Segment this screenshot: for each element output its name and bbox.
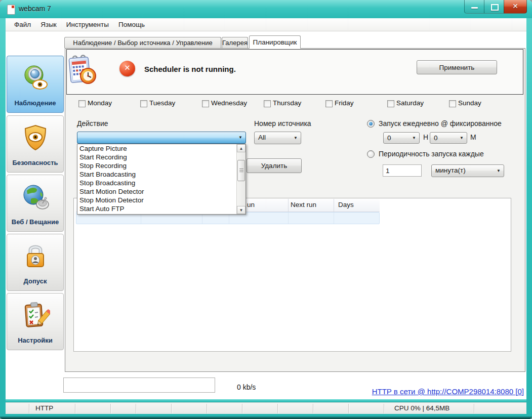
dropdown-arrow-icon: ▼ bbox=[294, 136, 298, 140]
dropdown-arrow-icon: ▼ bbox=[238, 135, 242, 140]
sidebar-item-label: Настройки bbox=[7, 337, 63, 344]
http-server-link[interactable]: HTTP в сети @ http://COMP298014:8080 [0] bbox=[304, 387, 524, 396]
sidebar-item-label: Веб / Вещание bbox=[7, 218, 63, 226]
checkbox-icon bbox=[78, 100, 86, 107]
sidebar-item-settings[interactable]: Настройки bbox=[7, 293, 64, 350]
delete-button[interactable]: Удалить bbox=[247, 158, 302, 173]
minimize-icon bbox=[471, 7, 478, 9]
dropdown-option[interactable]: Start Broadcasting bbox=[77, 170, 245, 179]
scheduler-status-message: Scheduler is not running. bbox=[144, 65, 236, 73]
checkbox-icon bbox=[325, 100, 333, 107]
clipboard-pencil-icon bbox=[21, 301, 50, 330]
dropdown-option[interactable]: Stop Motion Detector bbox=[77, 196, 245, 204]
dropdown-arrow-icon: ▼ bbox=[460, 136, 464, 140]
interval-schedule-radio[interactable] bbox=[367, 150, 375, 158]
sidebar-item-monitoring[interactable]: Наблюдение bbox=[7, 56, 64, 113]
dropdown-option[interactable]: Start Motion Detector bbox=[77, 187, 245, 196]
interval-value-input[interactable] bbox=[383, 164, 422, 177]
bandwidth-label: 0 kb/s bbox=[237, 383, 256, 391]
dropdown-option[interactable]: Start Recording bbox=[77, 153, 245, 161]
sidebar-item-label: Допуск bbox=[7, 277, 63, 285]
minute-combobox[interactable]: 0 ▼ bbox=[430, 132, 467, 144]
menu-tools[interactable]: Инструменты bbox=[65, 20, 110, 29]
sidebar-item-access[interactable]: Допуск bbox=[7, 234, 64, 291]
app-window: webcam 7 ✕ Файл Язык Инструменты Помощь bbox=[0, 0, 532, 419]
maximize-icon bbox=[491, 4, 499, 11]
interval-unit-combobox[interactable]: минута(т) ▼ bbox=[431, 164, 504, 177]
title-bar: webcam 7 ✕ bbox=[0, 0, 532, 18]
source-combobox[interactable]: All ▼ bbox=[254, 132, 301, 144]
dropdown-arrow-icon: ▼ bbox=[412, 136, 416, 140]
menu-language[interactable]: Язык bbox=[39, 20, 58, 29]
daily-schedule-radio[interactable] bbox=[367, 120, 375, 128]
globe-satellite-icon bbox=[21, 182, 50, 212]
action-dropdown-list: Capture Picture Start Recording Stop Rec… bbox=[77, 144, 246, 215]
minute-unit-label: M bbox=[470, 133, 476, 141]
status-cpu-memory: CPU 0% | 64,5MB bbox=[394, 404, 449, 412]
checkbox-icon bbox=[387, 100, 394, 107]
action-label: Действие bbox=[77, 119, 108, 128]
tab-scheduler[interactable]: Планировщик bbox=[249, 35, 301, 49]
scroll-up-icon[interactable]: ▲ bbox=[237, 144, 245, 152]
sidebar-item-label: Безопасность bbox=[7, 159, 63, 166]
tab-gallery[interactable]: Галерея bbox=[222, 37, 248, 48]
window-bottom-edge bbox=[0, 416, 532, 419]
menu-help[interactable]: Помощь bbox=[117, 20, 146, 29]
window-title: webcam 7 bbox=[19, 5, 51, 13]
webcam-eye-icon bbox=[21, 63, 50, 93]
close-icon: ✕ bbox=[504, 2, 526, 10]
column-header-last-run[interactable]: un bbox=[247, 201, 255, 208]
scrollbar-thumb[interactable] bbox=[237, 160, 245, 181]
column-header-next-run[interactable]: Next run bbox=[291, 201, 316, 208]
hour-combobox[interactable]: 0 ▼ bbox=[383, 132, 420, 144]
sidebar-item-web-broadcast[interactable]: Веб / Вещание bbox=[7, 175, 64, 232]
jobs-table: un Next run Days bbox=[73, 198, 511, 352]
menu-bar: Файл Язык Инструменты Помощь bbox=[6, 18, 526, 31]
dropdown-arrow-icon: ▼ bbox=[497, 169, 501, 173]
checkbox-icon bbox=[449, 100, 456, 107]
scroll-down-icon[interactable]: ▼ bbox=[237, 206, 245, 214]
checkbox-icon bbox=[140, 100, 147, 107]
source-label: Номер источника bbox=[254, 119, 311, 128]
status-protocol: HTTP bbox=[35, 404, 53, 412]
close-button[interactable]: ✕ bbox=[504, 0, 527, 14]
menu-file[interactable]: Файл bbox=[13, 20, 32, 29]
sidebar-item-security[interactable]: Безопасность bbox=[7, 115, 64, 173]
dropdown-option[interactable]: Start Auto FTP bbox=[77, 204, 245, 213]
dropdown-option[interactable]: Stop Recording bbox=[77, 161, 245, 170]
padlock-user-icon bbox=[21, 241, 50, 271]
action-combobox[interactable]: ▼ bbox=[77, 132, 246, 144]
checkbox-icon bbox=[202, 100, 209, 107]
apply-button[interactable]: Применить bbox=[417, 60, 497, 74]
error-icon: ✕ bbox=[119, 61, 135, 76]
footer-text-field[interactable] bbox=[63, 378, 215, 393]
minimize-button[interactable] bbox=[464, 0, 484, 14]
tab-monitoring-source-control[interactable]: Наблюдение / Выбор источника / Управлени… bbox=[64, 37, 221, 48]
maximize-button[interactable] bbox=[484, 0, 504, 14]
dropdown-option[interactable]: Capture Picture bbox=[77, 144, 245, 153]
dropdown-scrollbar[interactable]: ▲ ▼ bbox=[236, 144, 245, 214]
calendar-clock-icon bbox=[68, 53, 96, 84]
window-controls: ✕ bbox=[464, 0, 527, 14]
shield-eye-icon bbox=[21, 123, 50, 152]
dropdown-option[interactable]: Stop Broadcasting bbox=[77, 179, 245, 187]
status-bar: HTTP CPU 0% | 64,5MB bbox=[6, 402, 526, 414]
checkbox-icon bbox=[264, 100, 271, 107]
column-header-days[interactable]: Days bbox=[338, 201, 354, 208]
hour-unit-label: H bbox=[423, 133, 428, 141]
sidebar-item-label: Наблюдение bbox=[7, 99, 63, 107]
app-icon bbox=[7, 5, 15, 15]
interval-schedule-label: Периодичность запуска каждые bbox=[379, 150, 484, 158]
daily-schedule-label: Запуск ежедневно @ фиксированное bbox=[379, 119, 502, 128]
